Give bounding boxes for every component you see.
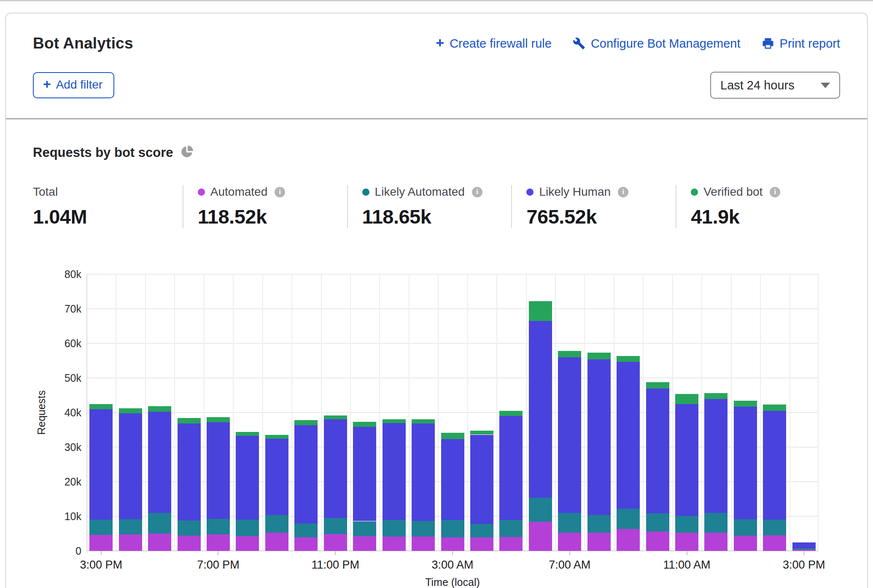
bar-segment-likely-human[interactable] <box>558 357 581 513</box>
bar-segment-automated[interactable] <box>587 533 611 551</box>
bar-segment-automated[interactable] <box>763 535 786 551</box>
bar-segment-verified-bot[interactable] <box>558 351 581 357</box>
bar-segment-automated[interactable] <box>324 534 347 551</box>
bar-segment-likely-automated[interactable] <box>558 513 581 533</box>
bar-segment-likely-automated[interactable] <box>587 515 611 533</box>
bar-segment-likely-human[interactable] <box>646 388 669 514</box>
bar-segment-likely-human[interactable] <box>119 413 142 519</box>
bar-segment-likely-human[interactable] <box>148 412 171 512</box>
bar-segment-automated[interactable] <box>119 534 142 551</box>
bar-segment-automated[interactable] <box>265 533 288 551</box>
bar-segment-automated[interactable] <box>734 536 757 551</box>
info-icon[interactable]: i <box>472 187 482 197</box>
bar-segment-automated[interactable] <box>704 533 728 551</box>
bar-segment-likely-automated[interactable] <box>675 516 698 532</box>
bar-segment-verified-bot[interactable] <box>441 433 464 440</box>
bar-segment-likely-automated[interactable] <box>792 548 816 549</box>
bar-segment-likely-human[interactable] <box>734 407 757 519</box>
bar-segment-likely-automated[interactable] <box>207 519 230 535</box>
bar-segment-automated[interactable] <box>499 537 523 551</box>
bar-segment-likely-human[interactable] <box>207 422 230 519</box>
bar-segment-verified-bot[interactable] <box>412 419 435 423</box>
bar-segment-likely-human[interactable] <box>470 435 493 524</box>
bar-segment-likely-human[interactable] <box>441 439 464 520</box>
bar-segment-likely-automated[interactable] <box>148 513 171 534</box>
bar-segment-likely-human[interactable] <box>383 423 406 520</box>
bar-segment-verified-bot[interactable] <box>617 356 640 362</box>
bar-segment-verified-bot[interactable] <box>704 393 728 399</box>
create-firewall-rule-link[interactable]: + Create firewall rule <box>436 36 552 51</box>
bar-segment-verified-bot[interactable] <box>383 419 406 423</box>
bar-segment-likely-human[interactable] <box>499 416 523 520</box>
bar-segment-automated[interactable] <box>441 537 464 551</box>
bar-segment-likely-automated[interactable] <box>178 521 201 536</box>
bar-segment-likely-automated[interactable] <box>294 523 318 537</box>
bar-segment-likely-automated[interactable] <box>89 520 113 535</box>
bar-segment-likely-human[interactable] <box>704 399 728 513</box>
bar-segment-automated[interactable] <box>646 531 669 551</box>
bar-segment-likely-automated[interactable] <box>119 519 142 535</box>
bar-segment-likely-human[interactable] <box>412 423 435 521</box>
info-icon[interactable]: i <box>618 187 628 197</box>
bar-segment-likely-human[interactable] <box>617 362 640 509</box>
bar-segment-likely-automated[interactable] <box>529 498 552 522</box>
bar-segment-automated[interactable] <box>89 535 113 551</box>
bar-segment-verified-bot[interactable] <box>119 408 142 413</box>
info-icon[interactable]: i <box>275 187 285 197</box>
bar-segment-verified-bot[interactable] <box>587 353 611 359</box>
bar-segment-automated[interactable] <box>470 537 493 551</box>
print-report-link[interactable]: Print report <box>762 37 840 51</box>
bar-segment-likely-human[interactable] <box>178 423 201 521</box>
bar-segment-verified-bot[interactable] <box>148 406 171 412</box>
bar-segment-likely-automated[interactable] <box>499 520 523 537</box>
add-filter-button[interactable]: + Add filter <box>33 72 114 98</box>
bar-segment-likely-automated[interactable] <box>236 520 259 536</box>
bar-segment-likely-automated[interactable] <box>383 520 406 537</box>
bar-segment-automated[interactable] <box>207 534 230 551</box>
bar-segment-automated[interactable] <box>617 529 640 551</box>
bar-segment-verified-bot[interactable] <box>499 411 523 416</box>
bar-segment-automated[interactable] <box>675 533 698 551</box>
bar-segment-likely-human[interactable] <box>763 411 786 520</box>
bar-segment-likely-automated[interactable] <box>353 521 376 536</box>
bar-segment-verified-bot[interactable] <box>675 394 698 404</box>
bar-segment-automated[interactable] <box>294 537 318 551</box>
bar-segment-likely-human[interactable] <box>675 404 698 516</box>
bar-segment-verified-bot[interactable] <box>353 422 376 426</box>
bar-segment-verified-bot[interactable] <box>470 431 493 435</box>
bar-segment-likely-automated[interactable] <box>704 513 728 533</box>
bar-segment-likely-human[interactable] <box>294 425 318 524</box>
bar-segment-verified-bot[interactable] <box>236 432 259 436</box>
bar-segment-likely-automated[interactable] <box>763 520 786 535</box>
bar-segment-likely-human[interactable] <box>792 542 816 548</box>
bar-segment-likely-automated[interactable] <box>734 519 757 536</box>
bar-segment-verified-bot[interactable] <box>324 415 347 420</box>
bar-segment-likely-automated[interactable] <box>412 521 435 537</box>
bar-segment-verified-bot[interactable] <box>294 420 318 425</box>
bar-segment-likely-human[interactable] <box>529 321 552 498</box>
bar-segment-likely-human[interactable] <box>265 439 288 515</box>
bar-segment-likely-human[interactable] <box>89 409 113 520</box>
bar-segment-verified-bot[interactable] <box>529 301 552 321</box>
info-icon[interactable]: i <box>770 187 780 197</box>
bar-segment-likely-automated[interactable] <box>324 518 347 534</box>
bar-segment-verified-bot[interactable] <box>207 417 230 422</box>
bar-segment-verified-bot[interactable] <box>178 418 201 423</box>
bar-segment-likely-human[interactable] <box>353 427 376 521</box>
bar-segment-automated[interactable] <box>529 522 552 551</box>
bar-segment-automated[interactable] <box>236 536 259 551</box>
bar-segment-verified-bot[interactable] <box>89 404 113 409</box>
bar-segment-likely-automated[interactable] <box>646 513 669 531</box>
bar-segment-automated[interactable] <box>558 533 581 551</box>
bar-segment-likely-automated[interactable] <box>265 515 288 533</box>
bar-segment-verified-bot[interactable] <box>734 401 757 407</box>
bar-segment-likely-automated[interactable] <box>441 520 464 537</box>
bar-segment-automated[interactable] <box>178 536 201 551</box>
time-range-select[interactable]: Last 24 hours <box>710 72 840 99</box>
bar-segment-automated[interactable] <box>148 534 171 551</box>
configure-bot-management-link[interactable]: Configure Bot Management <box>573 37 741 51</box>
bar-segment-automated[interactable] <box>353 536 376 551</box>
bar-segment-automated[interactable] <box>383 537 406 551</box>
bar-segment-likely-human[interactable] <box>324 419 347 518</box>
bar-segment-likely-human[interactable] <box>236 436 259 520</box>
